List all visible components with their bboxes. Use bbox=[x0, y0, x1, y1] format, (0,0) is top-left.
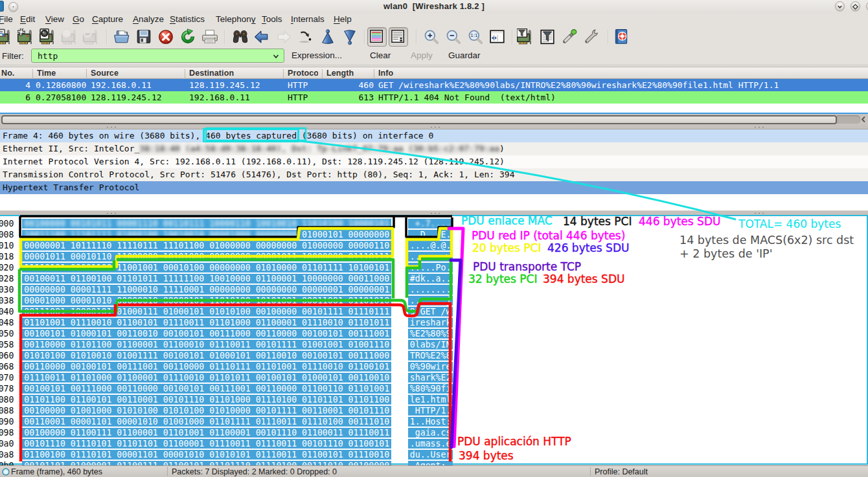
detail-row-frame[interactable]: Frame 4: 460 bytes on wire (3680 bits), … bbox=[0, 129, 868, 142]
pane-divider[interactable] bbox=[0, 210, 868, 215]
bytes-row[interactable]: 0080 01101100 01100101 00110001 00101110… bbox=[0, 394, 451, 405]
column-separator[interactable] bbox=[32, 69, 33, 78]
menu-item-5[interactable]: Analyze bbox=[133, 14, 164, 24]
bytes-row[interactable]: 0040 00111001 10000101 01000111 01000101… bbox=[0, 306, 451, 317]
expression-button[interactable]: Expression... bbox=[291, 50, 342, 60]
bytes-row[interactable]: 0068 00110000 00100101 00111001 00110000… bbox=[0, 361, 451, 372]
column-header-source[interactable]: Source bbox=[91, 69, 181, 78]
scrollbar-left-arrow-icon[interactable] bbox=[860, 116, 867, 123]
pdu-enlace-mac-label: PDU enlace MAC bbox=[461, 214, 553, 227]
bytes-row[interactable]: 0088 00100000 01001000 01010100 01010100… bbox=[0, 405, 451, 416]
menu-item-10[interactable]: Help bbox=[334, 14, 352, 24]
zoom-in-button[interactable] bbox=[423, 28, 440, 45]
menu-item-2[interactable]: View bbox=[45, 14, 64, 24]
bytes-row[interactable]: 0028 00100011 01100100 01101011 11111100… bbox=[0, 273, 451, 284]
scrollbar-trough[interactable] bbox=[837, 115, 860, 124]
go-to-top-button[interactable] bbox=[319, 28, 336, 45]
capture-filters-button[interactable] bbox=[517, 28, 534, 45]
clear-button[interactable]: Clear bbox=[370, 50, 391, 60]
bytes-row[interactable]: 0048 01101001 01110010 01100101 01110011… bbox=[0, 317, 451, 328]
bytes-row[interactable]: 0050 00100101 01000101 00110010 00100101… bbox=[0, 328, 451, 339]
ascii-text: ireshark bbox=[410, 318, 451, 327]
detail-row-tcp[interactable]: Transmission Control Protocol, Src Port:… bbox=[0, 168, 868, 181]
bytes-row[interactable]: 0090 00110001 00001101 00001010 01001000… bbox=[0, 416, 451, 427]
bytes-row[interactable]: 0078 00100101 00111000 00110000 00100101… bbox=[0, 383, 451, 394]
column-header-length[interactable]: Length bbox=[326, 69, 372, 78]
detail-row-http[interactable]: Hypertext Transfer Protocol bbox=[0, 181, 868, 194]
coloring-rules-button[interactable] bbox=[561, 28, 578, 45]
menu-item-8[interactable]: Tools bbox=[262, 14, 282, 24]
scrollbar-thumb[interactable] bbox=[1, 115, 837, 124]
menu-item-0[interactable]: File bbox=[0, 14, 13, 24]
save-filter-button[interactable]: Guardar bbox=[448, 50, 481, 60]
column-separator[interactable] bbox=[322, 69, 323, 78]
open-file-button[interactable] bbox=[113, 28, 130, 45]
expert-info-icon[interactable] bbox=[2, 468, 10, 476]
capture-restart-button[interactable] bbox=[83, 28, 100, 45]
capture-stop-button[interactable] bbox=[62, 28, 78, 45]
bytes-row[interactable]: 0008 10011100 11101111 01000100 10010010… bbox=[0, 229, 451, 240]
save-file-button[interactable] bbox=[135, 28, 152, 45]
bytes-row[interactable]: 0018 00001011 00010110 11000000 10101000… bbox=[0, 251, 451, 262]
bytes-row[interactable]: 0020 11110101 00001100 11001001 00010100… bbox=[0, 262, 451, 273]
column-header-no[interactable]: No. bbox=[1, 69, 30, 78]
go-to-packet-button[interactable] bbox=[297, 28, 314, 45]
bytes-row[interactable]: 0010 00000001 10111110 11110111 11101100… bbox=[0, 240, 451, 251]
column-separator[interactable] bbox=[185, 69, 185, 78]
bytes-row[interactable]: 0098 00100000 01100111 01100001 01101001… bbox=[0, 427, 451, 438]
auto-scroll-toggle[interactable] bbox=[389, 27, 408, 47]
apply-button[interactable]: Apply bbox=[411, 50, 433, 60]
help-button[interactable] bbox=[613, 28, 630, 45]
menu-item-9[interactable]: Internals bbox=[291, 14, 325, 24]
column-header-destination[interactable]: Destination bbox=[189, 69, 280, 78]
bytes-row[interactable]: 0060 01010100 01010010 01001111 00100101… bbox=[0, 350, 451, 361]
bytes-row[interactable]: 00a8 01100100 01110101 00001101 00001010… bbox=[0, 449, 451, 460]
bytes-row[interactable]: 00a0 00101110 01110101 01101101 01100001… bbox=[0, 438, 451, 449]
resize-columns-button[interactable] bbox=[489, 28, 506, 45]
list-interfaces-button[interactable] bbox=[0, 28, 12, 45]
minimize-button[interactable] bbox=[835, 1, 845, 11]
bytes-row[interactable]: 0058 00110000 01101100 01100001 01100010… bbox=[0, 339, 451, 350]
bits-text: 00110000 00100101 00111001 00110000 0111… bbox=[24, 362, 389, 372]
go-forward-button[interactable] bbox=[275, 28, 292, 45]
cell-no: 4 bbox=[0, 80, 30, 90]
reload-button[interactable] bbox=[179, 28, 196, 45]
column-header-protocol[interactable]: Protocol bbox=[288, 69, 318, 78]
filter-input[interactable]: http bbox=[31, 49, 284, 63]
bytes-row[interactable]: 0030 00000000 00001111 11000010 11110001… bbox=[0, 284, 451, 295]
find-button[interactable] bbox=[232, 28, 249, 45]
pane-divider[interactable] bbox=[0, 125, 868, 129]
menu-item-6[interactable]: Statistics bbox=[170, 14, 205, 24]
bytes-row[interactable]: 0000 00100000 00101011 00001110 00110111… bbox=[0, 218, 451, 229]
horizontal-scrollbar[interactable] bbox=[0, 114, 868, 125]
column-separator[interactable] bbox=[374, 69, 374, 78]
menu-item-3[interactable]: Go bbox=[73, 14, 84, 24]
print-button[interactable] bbox=[201, 28, 218, 45]
maximize-button[interactable] bbox=[851, 1, 860, 11]
detail-row-ip[interactable]: Internet Protocol Version 4, Src: 192.16… bbox=[0, 155, 868, 168]
column-header-time[interactable]: Time bbox=[37, 69, 84, 78]
zoom-100-button[interactable]: 1:1 bbox=[467, 28, 484, 45]
zoom-out-button[interactable] bbox=[445, 28, 462, 45]
column-separator[interactable] bbox=[86, 69, 87, 78]
packet-row[interactable]: 6 0.27058100 128.119.245.12 192.168.0.11… bbox=[0, 91, 868, 104]
close-file-button[interactable] bbox=[157, 28, 174, 45]
detail-row-ethernet[interactable]: Ethernet II, Src: IntelCor_38:18:40 (a4:… bbox=[0, 142, 868, 155]
column-header-info[interactable]: Info bbox=[378, 69, 508, 78]
preferences-button[interactable] bbox=[583, 28, 600, 45]
bytes-row[interactable]: 0070 01110011 01101000 01100001 01110010… bbox=[0, 372, 451, 383]
menu-item-4[interactable]: Capture bbox=[92, 14, 123, 24]
capture-options-button[interactable] bbox=[17, 28, 34, 45]
capture-start-button[interactable] bbox=[40, 28, 56, 45]
bytes-row[interactable]: 0038 00001000 00001010 00000010 00000101… bbox=[0, 295, 451, 306]
display-filters-button[interactable] bbox=[539, 28, 556, 45]
go-back-button[interactable] bbox=[253, 28, 270, 45]
column-separator[interactable] bbox=[283, 69, 284, 78]
tcp-sdu-label: 394 bytes SDU bbox=[543, 272, 624, 285]
packet-row[interactable]: 4 0.12860800 192.168.0.11 128.119.245.12… bbox=[0, 79, 868, 91]
colorize-list-toggle[interactable] bbox=[367, 27, 387, 47]
menu-item-1[interactable]: Edit bbox=[20, 14, 35, 24]
go-to-bottom-button[interactable] bbox=[341, 28, 358, 45]
menu-item-7[interactable]: Telephony bbox=[216, 14, 256, 24]
chevron-down-icon[interactable] bbox=[273, 54, 279, 59]
